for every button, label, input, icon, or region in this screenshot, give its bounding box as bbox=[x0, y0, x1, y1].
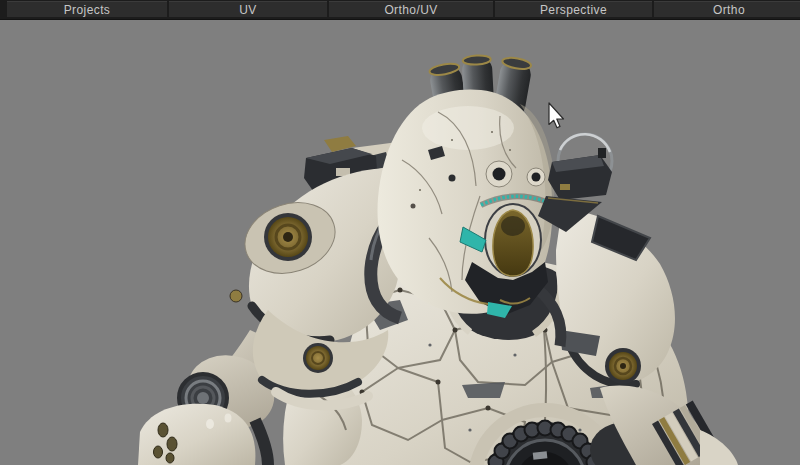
view-tab-bar: Projects UV Ortho/UV Perspective Ortho bbox=[0, 0, 800, 20]
tab-ortho[interactable]: Ortho bbox=[654, 1, 800, 17]
robot-model-render bbox=[0, 20, 800, 465]
tab-projects[interactable]: Projects bbox=[7, 1, 167, 17]
viewport-3d[interactable] bbox=[0, 20, 800, 465]
tab-perspective[interactable]: Perspective bbox=[495, 1, 652, 17]
tab-uv[interactable]: UV bbox=[169, 1, 327, 17]
head bbox=[378, 90, 555, 318]
tabbar-spacer-left bbox=[0, 0, 6, 19]
tab-ortho-uv[interactable]: Ortho/UV bbox=[329, 1, 493, 17]
